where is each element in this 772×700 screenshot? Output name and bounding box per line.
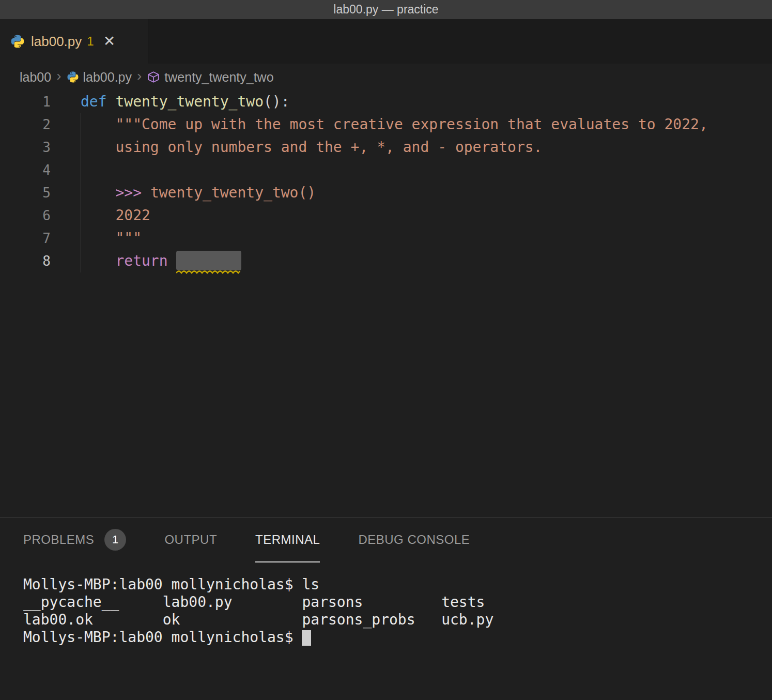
terminal-line: Mollys-MBP:lab00 mollynicholas$ ls — [23, 576, 772, 594]
breadcrumb-file[interactable]: lab00.py — [83, 70, 132, 85]
code-line[interactable]: 4 — [0, 159, 772, 181]
return-blank-selection[interactable]: ______ — [176, 251, 241, 270]
code-token: def — [81, 93, 107, 110]
code-token: twenty_twenty_two() — [150, 184, 316, 201]
code-token: (): — [264, 93, 290, 110]
panel-tab-label: TERMINAL — [255, 532, 320, 547]
code-token — [81, 230, 115, 247]
code-token: twenty_twenty_two — [115, 93, 264, 110]
code-token: """ — [115, 230, 142, 247]
symbol-module-icon — [147, 70, 160, 84]
terminal-cursor — [302, 630, 311, 646]
title-bar: lab00.py — practice — [0, 0, 772, 19]
indent-guide — [81, 136, 81, 159]
tab-filename: lab00.py — [31, 34, 82, 50]
terminal-line: lab00.ok ok parsons_probs ucb.py — [23, 611, 772, 629]
line-number: 3 — [0, 136, 51, 159]
breadcrumb: lab00 › lab00.py › twenty_twenty_two — [0, 64, 772, 90]
panel-tab-label: DEBUG CONSOLE — [358, 532, 470, 547]
terminal-content[interactable]: Mollys-MBP:lab00 mollynicholas$ ls__pyca… — [0, 562, 772, 646]
tab-bar: lab00.py 1 ✕ — [0, 19, 772, 64]
code-text: using only numbers and the +, *, and - o… — [51, 136, 542, 159]
code-text: def twenty_twenty_two(): — [51, 90, 290, 113]
panel-tab-terminal[interactable]: TERMINAL — [255, 518, 320, 562]
code-text: return ______ — [51, 250, 241, 272]
code-token — [168, 252, 177, 269]
chevron-right-icon: › — [137, 69, 142, 85]
line-number: 2 — [0, 113, 51, 136]
python-icon — [10, 34, 25, 49]
code-token: using only numbers and the +, *, and - o… — [115, 139, 542, 156]
code-line[interactable]: 8 return ______ — [0, 250, 772, 272]
panel-tab-problems[interactable]: PROBLEMS 1 — [23, 518, 126, 562]
code-text: """ — [51, 227, 142, 250]
terminal-line: Mollys-MBP:lab00 mollynicholas$ — [23, 629, 772, 646]
python-icon — [67, 71, 79, 83]
code-token — [81, 252, 115, 269]
code-line[interactable]: 7 """ — [0, 227, 772, 250]
code-line[interactable]: 6 2022 — [0, 204, 772, 227]
line-number: 4 — [0, 159, 51, 181]
line-number: 1 — [0, 90, 51, 113]
tab-lab00py[interactable]: lab00.py 1 ✕ — [0, 19, 148, 64]
line-number: 8 — [0, 250, 51, 272]
breadcrumb-symbol[interactable]: twenty_twenty_two — [164, 70, 273, 85]
editor[interactable]: 1def twenty_twenty_two():2 """Come up wi… — [0, 90, 772, 518]
code-token: """Come up with the most creative expres… — [115, 116, 707, 133]
line-number: 6 — [0, 204, 51, 227]
terminal-line: __pycache__ lab00.py parsons tests — [23, 594, 772, 611]
breadcrumb-folder[interactable]: lab00 — [20, 70, 51, 85]
indent-guide — [81, 227, 81, 250]
panel-tab-label: PROBLEMS — [23, 532, 94, 547]
code-token — [142, 184, 150, 201]
warning-squiggle-icon — [176, 270, 240, 275]
code-token: >>> — [115, 184, 142, 201]
code-line[interactable]: 2 """Come up with the most creative expr… — [0, 113, 772, 136]
code-token — [81, 207, 115, 224]
code-line[interactable]: 1def twenty_twenty_two(): — [0, 90, 772, 113]
chevron-right-icon: › — [56, 69, 61, 85]
panel-tab-label: OUTPUT — [164, 532, 217, 547]
code-token — [81, 116, 115, 133]
code-line[interactable]: 5 >>> twenty_twenty_two() — [0, 181, 772, 204]
window-title: lab00.py — practice — [333, 3, 438, 17]
line-number: 5 — [0, 181, 51, 204]
code-token — [107, 93, 116, 110]
indent-guide — [81, 113, 81, 136]
indent-guide — [81, 159, 81, 181]
problems-count-badge: 1 — [104, 529, 126, 551]
code-text: 2022 — [51, 204, 150, 227]
code-token — [81, 184, 115, 201]
panel-tab-bar: PROBLEMS 1 OUTPUT TERMINAL DEBUG CONSOLE — [0, 518, 772, 562]
line-number: 7 — [0, 227, 51, 250]
code-text — [51, 159, 81, 181]
tab-problem-count: 1 — [87, 34, 94, 49]
code-token: return — [115, 252, 167, 269]
panel-tab-debug-console[interactable]: DEBUG CONSOLE — [358, 518, 470, 562]
indent-guide — [81, 181, 81, 204]
bottom-panel: PROBLEMS 1 OUTPUT TERMINAL DEBUG CONSOLE… — [0, 518, 772, 700]
code-text: """Come up with the most creative expres… — [51, 113, 708, 136]
code-token — [81, 139, 115, 156]
indent-guide — [81, 204, 81, 227]
close-icon[interactable]: ✕ — [103, 34, 115, 49]
code-token: 2022 — [115, 207, 150, 224]
code-text: >>> twenty_twenty_two() — [51, 181, 316, 204]
indent-guide — [81, 250, 81, 272]
code-line[interactable]: 3 using only numbers and the +, *, and -… — [0, 136, 772, 159]
panel-tab-output[interactable]: OUTPUT — [164, 518, 217, 562]
